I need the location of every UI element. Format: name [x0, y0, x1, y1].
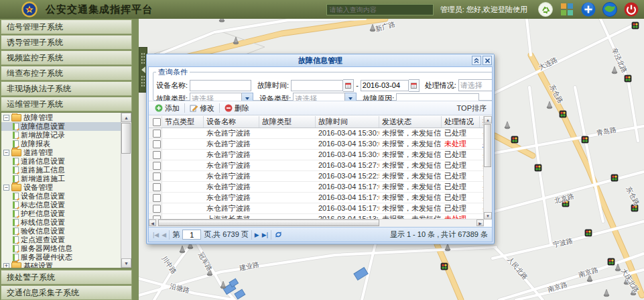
scroll-thumb[interactable]	[484, 124, 491, 167]
scroll-thumb[interactable]	[158, 219, 379, 226]
row-checkbox-cell[interactable]	[149, 203, 162, 213]
camera-cone-icon[interactable]	[505, 121, 510, 129]
modify-button[interactable]: 修改	[186, 102, 218, 114]
last-page-button[interactable]: ▶|	[262, 230, 268, 240]
row-checkbox[interactable]	[153, 183, 161, 191]
scroll-right-icon[interactable]: ▶	[476, 219, 484, 226]
prev-page-button[interactable]: ◀	[162, 230, 166, 240]
globe-icon[interactable]	[602, 2, 617, 17]
table-row[interactable]: 东仓路宁波路2016-03-04 15:17:01未报警，未发短信已处理处理	[149, 193, 484, 203]
add-icon[interactable]	[581, 2, 596, 17]
row-checkbox-cell[interactable]	[149, 193, 162, 203]
table-row[interactable]: 东仓路宁波路2016-03-04 15:30:00未报警，未发短信未处理处理	[149, 139, 484, 150]
column-header[interactable]: 设备名称	[204, 116, 259, 128]
table-row[interactable]: 东仓路宁波路2016-03-04 15:27:00未报警，未发短信已处理处理	[149, 160, 484, 171]
scroll-up-icon[interactable]: ▲	[121, 113, 131, 122]
table-row[interactable]: 东仓路宁波路2016-03-04 15:30:00未报警，未发短信已处理处理	[149, 128, 484, 139]
grid-hscrollbar[interactable]: ◀ ▶	[149, 219, 484, 227]
header-checkbox-cell[interactable]	[149, 116, 162, 128]
row-checkbox-cell[interactable]	[149, 160, 162, 170]
header-search-input[interactable]	[326, 4, 434, 15]
tree-leaf[interactable]: 新增道路施工	[1, 174, 121, 183]
camera-cone-icon[interactable]	[445, 244, 450, 251]
camera-cone-icon[interactable]	[180, 246, 185, 253]
row-checkbox[interactable]	[153, 194, 161, 202]
traffic-light-icon[interactable]	[582, 136, 588, 143]
sidebar-item[interactable]: 交通信息采集子系统	[1, 285, 132, 300]
camera-cone-icon[interactable]	[612, 66, 617, 74]
top-sort-label[interactable]: TOP排序	[457, 103, 489, 113]
row-checkbox-cell[interactable]	[149, 182, 162, 192]
camera-cone-icon[interactable]	[604, 289, 609, 297]
row-checkbox[interactable]	[153, 162, 161, 170]
traffic-light-icon[interactable]	[632, 22, 639, 29]
sidebar-item[interactable]: 非现场执法子系统	[1, 81, 132, 96]
camera-cone-icon[interactable]	[233, 37, 239, 44]
select-all-checkbox[interactable]	[153, 118, 161, 126]
grid-vscrollbar[interactable]: ▲ ▼	[483, 116, 492, 219]
sidebar-item[interactable]: 诱导管理子系统	[1, 35, 132, 50]
sidebar-item[interactable]: 视频监控子系统	[1, 50, 132, 65]
traffic-light-icon[interactable]	[441, 263, 448, 270]
traffic-light-icon[interactable]	[611, 174, 618, 181]
row-checkbox[interactable]	[153, 130, 161, 138]
sidebar-item[interactable]: 接处警子系统	[1, 270, 132, 285]
traffic-light-icon[interactable]	[511, 136, 518, 143]
next-page-button[interactable]: ▶	[255, 230, 259, 240]
window-close-button[interactable]	[482, 56, 492, 65]
row-checkbox[interactable]	[153, 172, 161, 181]
column-header[interactable]: 故障时间	[316, 116, 379, 128]
calendar-icon[interactable]	[343, 79, 354, 92]
camera-cone-icon[interactable]	[219, 19, 224, 22]
row-checkbox[interactable]	[153, 205, 161, 213]
traffic-light-icon[interactable]	[560, 111, 566, 117]
column-header[interactable]: 处理情况	[442, 116, 480, 128]
handle-status-select[interactable]: 请选择	[458, 79, 493, 92]
column-header[interactable]: 故障类型	[259, 116, 316, 128]
traffic-light-icon[interactable]	[608, 258, 615, 265]
tree-leaf[interactable]: 故障报表	[1, 140, 121, 148]
date-to-input[interactable]	[361, 80, 409, 91]
page-number-input[interactable]	[182, 230, 201, 240]
row-checkbox-cell[interactable]	[149, 139, 162, 149]
sidebar-item[interactable]: 信号管理子系统	[1, 19, 132, 34]
first-page-button[interactable]: |◀	[153, 230, 159, 240]
scroll-left-icon[interactable]: ◀	[149, 219, 156, 226]
window-collapse-button[interactable]	[472, 56, 481, 65]
delete-button[interactable]: 删除	[221, 102, 253, 114]
tree-leaf[interactable]: 服务器硬件状态	[1, 253, 121, 262]
tree-folder[interactable]: +基础设置	[1, 262, 121, 268]
refresh-icon[interactable]	[274, 230, 283, 239]
collapse-node-icon[interactable]: −	[3, 185, 9, 191]
column-header[interactable]: 节点类型	[162, 116, 204, 128]
expand-node-icon[interactable]: +	[3, 263, 9, 268]
column-header[interactable]: 发送状态	[379, 116, 442, 128]
scroll-up-icon[interactable]: ▲	[484, 116, 492, 123]
window-titlebar[interactable]: 故障信息管理	[147, 54, 494, 66]
tree-scrollbar[interactable]: ▲ ▼	[121, 113, 131, 268]
scroll-thumb[interactable]	[121, 123, 131, 154]
row-checkbox[interactable]	[153, 151, 161, 159]
table-row[interactable]: 东仓路宁波路2016-03-04 15:17:01未报警，未发短信已处理处理	[149, 203, 484, 214]
collapse-node-icon[interactable]: −	[3, 115, 9, 121]
table-row[interactable]: 东仓路宁波路2016-03-04 15:22:50未报警，未发短信已处理处理	[149, 171, 484, 182]
traffic-light-icon[interactable]	[625, 75, 631, 82]
scroll-down-icon[interactable]: ▼	[484, 212, 492, 219]
sidebar-item[interactable]: 缉查布控子系统	[1, 66, 132, 81]
date-from-input[interactable]	[291, 80, 343, 91]
tree-leaf[interactable]: 新增故障记录	[1, 131, 121, 140]
calendar-icon[interactable]	[409, 79, 420, 92]
row-checkbox[interactable]	[153, 140, 161, 148]
device-name-input[interactable]	[190, 80, 251, 91]
add-button[interactable]: 添加	[151, 102, 183, 114]
traffic-light-icon[interactable]	[535, 164, 541, 171]
sidebar-item[interactable]: 运维管理子系统	[1, 97, 132, 111]
apps-grid-icon[interactable]	[560, 2, 574, 17]
traffic-light-icon[interactable]	[585, 230, 592, 236]
row-checkbox-cell[interactable]	[149, 171, 162, 181]
power-icon[interactable]	[624, 2, 639, 17]
collapse-node-icon[interactable]: −	[3, 150, 9, 156]
table-row[interactable]: 东仓路宁波路2016-03-04 15:17:01未报警，未发短信已处理处理	[149, 182, 484, 193]
row-checkbox-cell[interactable]	[149, 150, 162, 160]
row-checkbox-cell[interactable]	[149, 128, 162, 138]
